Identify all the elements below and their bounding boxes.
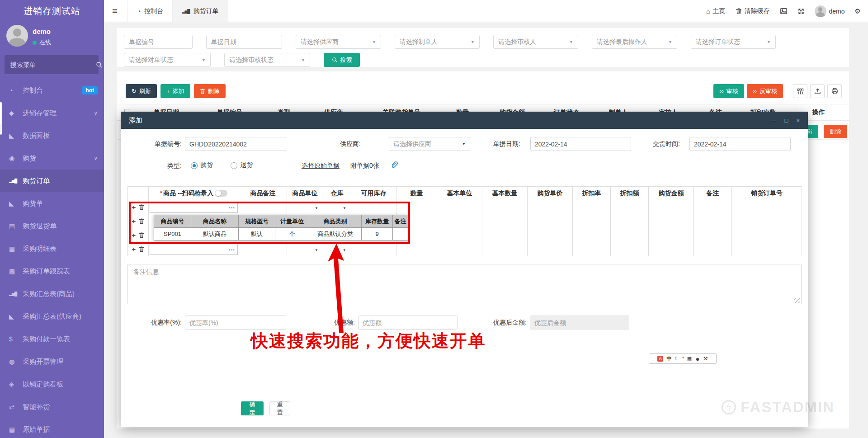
hamburger-icon[interactable]: ≡ [112,0,118,22]
product-input[interactable]: ··· [150,202,238,213]
after-discount-label: 优惠后金额: [472,316,527,330]
user-icon[interactable]: ☻ [695,356,700,362]
sidebar-item-data-panel[interactable]: ◣ 数据面板 [0,124,104,147]
dialog-titlebar[interactable]: 添加 — □ × [121,112,808,129]
caret-down-icon: ▼ [315,206,318,210]
filter-audit-status-select[interactable]: 请选择审核状态▼ [224,53,310,67]
trash-row-icon[interactable] [139,218,144,224]
sidebar-item-sales-driven-board[interactable]: ◈ 以销定购看板 [0,373,104,396]
paperclip-icon[interactable] [390,160,398,169]
sidebar-group-purchase[interactable]: ◉ 购货 ∨ [0,147,104,170]
confirm-button[interactable]: 确定 [241,401,264,415]
sidebar-item-label: 采购订单跟踪表 [23,267,70,276]
discount-amount-label: 优惠额: [301,316,355,330]
trash-row-icon[interactable] [139,246,144,252]
print-button[interactable] [827,84,842,98]
audit-button[interactable]: ∞审核 [713,84,744,98]
settings-gear-icon[interactable]: ⚙ [855,7,861,15]
dashboard-icon: ◔ [137,8,141,15]
sidebar-item-purchase-orders[interactable]: ▂▅█ 购货订单 [0,170,104,192]
sidebar-item-purchase-detail-report[interactable]: ▦ 采购明细表 [0,237,104,260]
moon-icon[interactable]: ☾ [675,356,679,362]
trash-row-icon[interactable] [139,204,144,210]
filter-bill-no-input[interactable] [124,35,193,49]
delete-button[interactable]: 删除 [194,84,226,98]
search-icon[interactable] [96,61,103,69]
online-dot-icon [33,41,37,45]
ime-status-bar[interactable]: S 中 ☾ ” ▦ ☻ ⚒ [649,353,717,364]
plus-icon: + [166,88,170,94]
tab-dashboard[interactable]: ◔ 控制台 [127,0,173,22]
filter-maker-select[interactable]: 请选择制单人▼ [395,35,480,49]
resize-handle[interactable] [794,298,800,303]
refresh-button[interactable]: ↻刷新 [126,84,157,98]
sidebar: 进销存测试站 demo 在线 ◔ 控制台 hot ◆ 进销存管理 ∨ ◣ [0,0,104,438]
type-return-radio[interactable]: 退货 [231,161,253,170]
discount-rate-input[interactable] [185,316,286,330]
trash-icon [736,8,742,14]
sidebar-item-dashboard[interactable]: ◔ 控制台 hot [0,79,104,102]
cube-icon: ◈ [9,381,23,388]
bill-date-input[interactable] [530,137,631,151]
filter-last-operator-select[interactable]: 请选择最后操作人▼ [592,35,677,49]
menu-search-input[interactable] [5,61,96,68]
browse-ellipsis[interactable]: ··· [229,246,235,254]
add-row-icon[interactable]: + [132,231,136,239]
caret-down-icon: ▼ [301,58,305,62]
filter-supplier-select[interactable]: 请选择供应商▼ [296,35,381,49]
filter-auditor-select[interactable]: 请选择审核人▼ [493,35,578,49]
sidebar-item-smart-replenish[interactable]: ⇄ 智能补货 [0,396,104,418]
add-row-icon[interactable]: + [132,203,136,211]
product-input[interactable]: ··· [150,244,238,255]
discount-amount-input[interactable] [358,316,458,330]
user-avatar[interactable] [6,25,28,47]
sidebar-item-original-documents[interactable]: ▤ 原始单据 [0,418,104,438]
clear-cache-link[interactable]: 清除缓存 [736,7,770,15]
keyboard-icon[interactable]: ▦ [687,356,692,362]
filter-bill-date-input[interactable] [206,35,282,49]
bill-no-input[interactable] [185,137,286,151]
add-row-icon[interactable]: + [132,217,136,225]
sidebar-item-purchase-bills[interactable]: ◣ 购货单 [0,192,104,215]
filter-order-status-select[interactable]: 请选择订单状态▼ [691,35,776,49]
sidebar-item-summary-by-product[interactable]: ▂▅█ 采购汇总表(商品) [0,283,104,305]
user-menu[interactable]: demo [815,5,845,17]
sidebar-item-order-tracking-report[interactable]: ▩ 采购订单跟踪表 [0,260,104,283]
language-icon[interactable] [780,7,788,15]
trash-row-icon[interactable] [139,232,144,238]
close-icon[interactable]: × [796,117,800,124]
select-original-doc-link[interactable]: 选择原始单据 [302,162,340,170]
sidebar-item-summary-by-supplier[interactable]: ◣ 采购汇总表(供应商) [0,305,104,328]
unaudit-button[interactable]: ∞反审核 [747,84,783,98]
search-button[interactable]: 搜索 [324,53,360,67]
delivery-time-input[interactable] [689,137,791,151]
wrench-icon[interactable]: ⚒ [703,356,708,362]
fullscreen-icon[interactable] [797,8,805,15]
add-button[interactable]: +添加 [160,84,190,98]
suggestion-row[interactable]: SP001 默认商品 默认 个 商品默认分类 9 [154,228,408,240]
sidebar-item-payment-overview[interactable]: $ 采购付款一览表 [0,328,104,350]
columns-toggle-button[interactable] [793,84,807,98]
minimize-icon[interactable]: — [771,117,777,124]
type-purchase-radio[interactable]: 购货 [191,161,213,170]
tab-purchase-orders[interactable]: ▂▅█ 购货订单 [173,0,228,22]
reset-button[interactable]: 重置 [269,401,290,415]
maximize-icon[interactable]: □ [785,117,788,124]
sidebar-item-purchase-returns[interactable]: ▤ 购货退货单 [0,215,104,237]
remark-textarea[interactable] [127,264,802,304]
supplier-select[interactable]: 请选择供应商▼ [389,137,470,151]
delete-row-button[interactable]: 删除 [824,125,847,138]
home-link[interactable]: ⌂主页 [706,7,725,15]
add-row-icon[interactable]: + [132,245,136,253]
sidebar-group-inventory-mgmt[interactable]: ◆ 进销存管理 ∨ [0,102,104,124]
scan-toggle[interactable] [215,190,227,197]
export-button[interactable] [810,84,825,98]
browse-ellipsis[interactable]: ··· [229,204,235,212]
quote-icon[interactable]: ” [682,356,684,362]
ime-lang-indicator[interactable]: 中 [666,355,671,362]
after-discount-input [530,316,629,330]
sidebar-item-label: 购货单 [23,199,43,208]
nav-tabs: ◔ 控制台 ▂▅█ 购货订单 [127,0,228,22]
filter-match-status-select[interactable]: 请选择对单状态▼ [124,53,211,67]
sidebar-item-invoice-mgmt[interactable]: ◍ 采购开票管理 [0,350,104,373]
